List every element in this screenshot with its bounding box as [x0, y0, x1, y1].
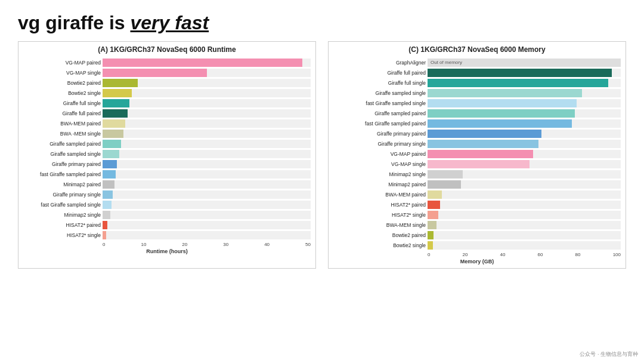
bar-label: Bowtie2 paired — [23, 80, 101, 86]
bar-row: Giraffe full single — [333, 78, 621, 88]
bar-row: Giraffe full paired — [333, 67, 621, 78]
bar-fill — [428, 119, 572, 128]
bar-row: Giraffe full paired — [23, 108, 311, 118]
x-tick: 10 — [141, 242, 146, 247]
bar-fill — [103, 119, 125, 128]
bar-fill — [103, 211, 110, 219]
bar-fill — [428, 109, 575, 118]
bar-fill — [103, 201, 112, 209]
bar-row: Giraffe full single — [23, 98, 311, 108]
bar-track — [428, 231, 621, 239]
bar-label: Giraffe sampled single — [23, 151, 101, 157]
x-tick: 0 — [428, 252, 430, 257]
oom-label: GraphAligner — [333, 60, 426, 66]
bar-label: Bowtie2 single — [333, 242, 426, 248]
bar-label: Giraffe primary paired — [23, 161, 101, 167]
x-tick: 30 — [223, 242, 228, 247]
bar-row: BWA-MEM paired — [333, 189, 621, 199]
x-tick: 40 — [500, 252, 506, 257]
bar-track — [103, 211, 311, 219]
bar-track — [103, 180, 311, 189]
bar-row: Bowtie2 single — [23, 88, 311, 98]
bar-label: Minimap2 paired — [23, 182, 101, 187]
bar-track — [428, 241, 621, 250]
bar-track — [103, 201, 311, 209]
bar-track — [428, 150, 621, 158]
bar-row: fast Giraffe sampled paired — [333, 118, 621, 128]
bar-label: Minimap2 paired — [333, 182, 426, 187]
bar-row: Minimap2 paired — [333, 179, 621, 189]
bar-fill — [428, 211, 438, 219]
bar-fill — [103, 221, 107, 229]
bar-fill — [428, 150, 533, 158]
bar-track — [428, 130, 621, 138]
bar-track — [428, 221, 621, 229]
bar-label: BWA-MEM paired — [333, 192, 426, 198]
bar-fill — [103, 79, 138, 87]
bar-track — [103, 130, 311, 138]
bar-track — [428, 190, 621, 199]
bar-fill — [428, 221, 436, 229]
bar-fill — [103, 59, 302, 67]
bar-row: Giraffe sampled single — [333, 88, 621, 98]
bar-label: Giraffe primary paired — [333, 131, 426, 137]
bar-fill — [103, 150, 119, 158]
chart-a-panel: (A) 1KG/GRCh37 NovaSeq 6000 Runtime VG-M… — [18, 41, 316, 269]
bar-fill — [428, 89, 582, 97]
bar-row: Giraffe sampled paired — [333, 108, 621, 118]
bar-row: BWA-MEM paired — [23, 118, 311, 128]
bar-row: VG-MAP single — [23, 67, 311, 78]
bar-track — [103, 99, 311, 107]
bar-label: VG-MAP single — [333, 161, 426, 167]
bar-fill — [103, 231, 106, 239]
bar-track — [103, 140, 311, 148]
bar-fill — [428, 201, 440, 209]
bar-label: Giraffe full single — [23, 100, 101, 106]
bar-row: Giraffe sampled paired — [23, 139, 311, 149]
bar-row: Minimap2 single — [333, 169, 621, 179]
bar-label: VG-MAP paired — [23, 60, 101, 66]
bar-label: Giraffe full paired — [23, 110, 101, 116]
bar-fill — [103, 109, 128, 118]
x-tick: 100 — [613, 252, 621, 257]
chart-c-content: GraphAligner Out of memory Giraffe full … — [333, 57, 621, 257]
bar-row: Giraffe primary paired — [333, 128, 621, 139]
bar-track — [428, 160, 621, 168]
bar-fill — [103, 89, 132, 97]
bar-label: fast Giraffe sampled single — [23, 202, 101, 208]
bar-fill — [428, 190, 442, 199]
bar-track — [103, 69, 311, 77]
bar-fill — [428, 170, 463, 179]
bar-fill — [428, 79, 608, 87]
bar-label: BWA -MEM single — [23, 131, 101, 137]
bar-track — [103, 89, 311, 97]
bar-fill — [428, 231, 434, 239]
chart-c-panel: (C) 1KG/GRCh37 NovaSeq 6000 Memory Graph… — [328, 41, 626, 269]
bar-fill — [103, 140, 121, 148]
bar-fill — [428, 180, 461, 189]
bar-label: HISAT2* single — [23, 232, 101, 238]
bar-track — [103, 109, 311, 118]
bar-label: Bowtie2 single — [23, 90, 101, 96]
x-axis: 01020304050 — [103, 242, 311, 247]
bar-track — [428, 69, 621, 77]
bar-track — [103, 221, 311, 229]
bar-label: fast Giraffe sampled paired — [333, 121, 426, 127]
page-title: vg giraffe is very fast — [18, 12, 626, 34]
bar-track — [103, 231, 311, 239]
x-tick: 20 — [463, 252, 468, 257]
bar-label: Giraffe full paired — [333, 70, 426, 76]
bar-fill — [103, 160, 117, 168]
oom-text: Out of memory — [431, 60, 462, 65]
bar-row: fast Giraffe sampled paired — [23, 169, 311, 179]
bar-fill — [103, 180, 114, 189]
bar-row: BWA-MEM single — [333, 220, 621, 230]
chart-a-content: VG-MAP paired VG-MAP single Bowtie2 pair… — [23, 57, 311, 247]
bar-track — [428, 79, 621, 87]
chart-c-title: (C) 1KG/GRCh37 NovaSeq 6000 Memory — [333, 45, 621, 54]
bar-label: Giraffe full single — [333, 80, 426, 86]
bar-track — [428, 109, 621, 118]
x-tick: 0 — [103, 242, 105, 247]
bar-row: Giraffe primary paired — [23, 159, 311, 169]
bar-fill — [428, 160, 530, 168]
